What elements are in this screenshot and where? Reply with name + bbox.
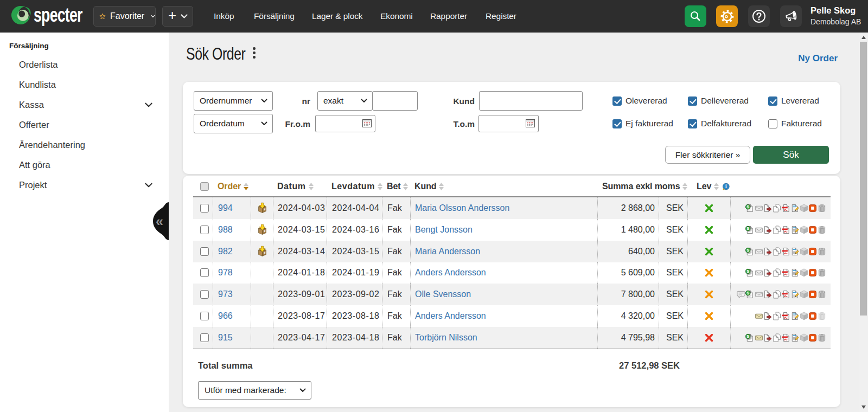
svg-text:«: « <box>156 214 163 229</box>
svg-text:$: $ <box>747 204 750 209</box>
svg-text:$: $ <box>747 226 750 231</box>
svg-text:$: $ <box>747 248 750 253</box>
svg-text:$: $ <box>747 269 750 274</box>
svg-text:$: $ <box>747 291 750 296</box>
svg-text:$: $ <box>747 334 750 339</box>
